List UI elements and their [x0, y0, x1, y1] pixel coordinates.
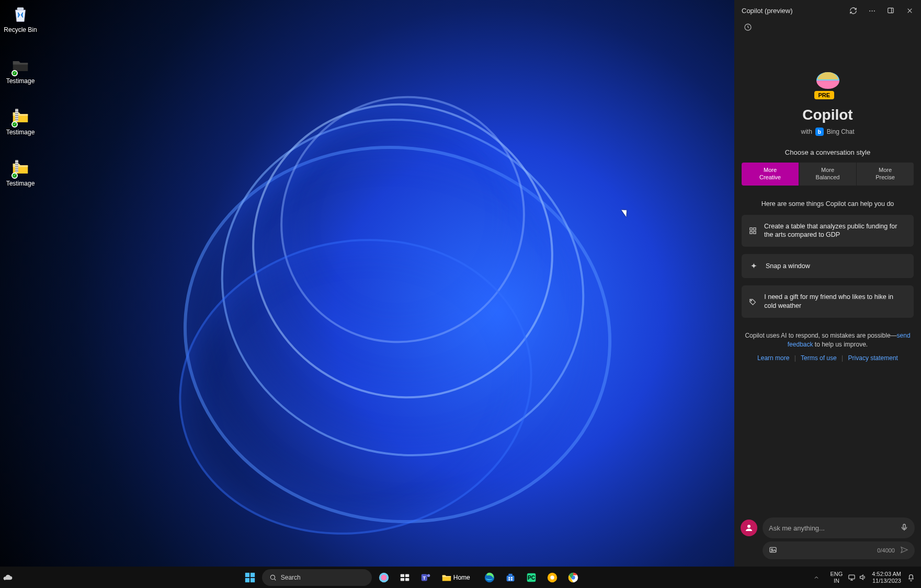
tag-icon [749, 298, 757, 306]
taskbar-pin-teams[interactable]: T [417, 569, 435, 586]
svg-rect-25 [400, 578, 404, 581]
taskbar-pin-copilot[interactable] [375, 569, 393, 586]
sync-check-icon [12, 70, 18, 76]
desktop-icon-label: Testimage [6, 77, 35, 85]
desktop-icon-label: Testimage [6, 180, 35, 187]
terms-link[interactable]: Terms of use [801, 354, 837, 362]
copilot-logo-icon: PRE [809, 70, 847, 99]
svg-text:PC: PC [528, 574, 535, 580]
mic-icon[interactable] [900, 523, 908, 533]
volume-icon [859, 573, 867, 581]
desktop-icon-label: Testimage [6, 129, 35, 136]
subtitle-brand: Bing Chat [827, 128, 855, 135]
ask-input[interactable]: Ask me anything... [763, 517, 915, 538]
suggestion-text: I need a gift for my friend who likes to… [764, 293, 906, 310]
explorer-label: Home [453, 574, 470, 581]
sync-check-icon [12, 121, 18, 128]
svg-text:T: T [423, 575, 426, 580]
send-button[interactable] [900, 546, 908, 556]
footer-links: Learn more | Terms of use | Privacy stat… [742, 354, 914, 362]
desktop-icon-testimage-1[interactable]: Testimage [2, 54, 39, 85]
footnote: Copilot uses AI to respond, so mistakes … [742, 331, 914, 349]
style-tab-creative[interactable]: More Creative [742, 163, 799, 186]
desktop-icon-label: Recycle Bin [4, 26, 37, 33]
svg-rect-16 [251, 572, 255, 577]
style-tab-line1: More [764, 167, 777, 173]
style-tab-balanced[interactable]: More Balanced [799, 163, 856, 186]
ask-placeholder: Ask me anything... [769, 524, 900, 532]
tray-icons[interactable] [848, 573, 867, 581]
copilot-brand: Copilot [802, 107, 852, 123]
svg-rect-8 [750, 232, 752, 234]
user-avatar[interactable] [741, 520, 757, 536]
taskbar-pin-taskview[interactable] [396, 569, 414, 586]
taskbar-pin-chrome[interactable] [564, 569, 582, 586]
taskbar-pin-pycharm[interactable]: PC [522, 569, 540, 586]
svg-point-22 [381, 574, 386, 580]
taskbar-pin-edge[interactable] [481, 569, 498, 586]
notifications-button[interactable] [906, 573, 916, 582]
suggestion-card-2[interactable]: ✦ Snap a window [742, 254, 914, 278]
svg-rect-35 [508, 579, 510, 580]
mouse-cursor [621, 207, 630, 217]
taskbar-tray: ENG IN 4:52:03 AM 11/13/2023 [808, 569, 922, 586]
desktop-icon-testimage-2[interactable]: Testimage [2, 106, 39, 136]
dock-button[interactable] [883, 3, 898, 18]
more-button[interactable]: ⋯ [865, 3, 879, 18]
style-tab-precise[interactable]: More Precise [856, 163, 914, 186]
svg-rect-12 [903, 524, 905, 528]
svg-rect-17 [245, 578, 249, 582]
refresh-button[interactable] [846, 3, 860, 18]
svg-rect-18 [251, 578, 255, 582]
ask-toolbar: 0/4000 [763, 541, 915, 559]
separator: | [842, 354, 843, 362]
start-button[interactable] [241, 569, 259, 586]
clock-date: 11/13/2023 [872, 578, 901, 584]
taskbar-pin-store[interactable] [502, 569, 519, 586]
svg-rect-31 [506, 575, 514, 581]
taskbar-pin-app[interactable] [543, 569, 561, 586]
style-tabs: More Creative More Balanced More Precise [742, 163, 914, 186]
bing-icon: b [815, 128, 824, 136]
taskbar-clock[interactable]: 4:52:03 AM 11/13/2023 [872, 571, 901, 584]
learn-more-link[interactable]: Learn more [757, 354, 789, 362]
footnote-b: to help us improve. [813, 341, 868, 348]
desktop[interactable]: Recycle Bin Testimage Testimage Testimag… [0, 0, 734, 567]
suggestion-card-3[interactable]: I need a gift for my friend who likes to… [742, 285, 914, 318]
close-button[interactable] [902, 3, 917, 18]
desktop-icon-recycle-bin[interactable]: Recycle Bin [2, 3, 39, 33]
copilot-subtitle: with b Bing Chat [801, 128, 854, 136]
copilot-body: PRE Copilot with b Bing Chat Choose a co… [734, 38, 921, 512]
zip-folder-icon [9, 157, 31, 179]
taskbar: Search T Home PC ENG IN 4:52:03 AM 11/13… [0, 567, 921, 588]
svg-rect-32 [508, 573, 512, 575]
svg-rect-26 [405, 578, 409, 581]
svg-rect-36 [511, 579, 513, 580]
taskbar-pin-explorer[interactable]: Home [438, 569, 477, 586]
weather-widget[interactable] [0, 569, 16, 586]
svg-line-20 [274, 579, 276, 580]
svg-point-14 [771, 549, 773, 550]
tray-overflow[interactable] [808, 569, 825, 586]
desktop-icon-testimage-3[interactable]: Testimage [2, 157, 39, 187]
privacy-link[interactable]: Privacy statement [848, 354, 898, 362]
svg-rect-15 [245, 572, 249, 577]
svg-rect-1 [888, 8, 894, 13]
char-counter: 0/4000 [877, 547, 895, 554]
search-placeholder: Search [281, 574, 301, 581]
image-input-button[interactable] [769, 546, 777, 556]
language-indicator[interactable]: ENG IN [831, 571, 843, 583]
svg-point-19 [270, 575, 275, 579]
svg-rect-23 [400, 574, 404, 577]
copilot-hero: PRE Copilot with b Bing Chat [742, 70, 914, 136]
lang-top: ENG [831, 571, 843, 577]
suggestion-card-1[interactable]: Create a table that analyzes public fund… [742, 215, 914, 247]
clock-time: 4:52:03 AM [872, 571, 901, 578]
style-tab-line2: Precise [875, 174, 895, 180]
style-tab-line2: Creative [759, 174, 781, 180]
history-button[interactable] [742, 21, 754, 33]
svg-rect-9 [754, 232, 756, 234]
style-heading: Choose a conversation style [742, 148, 914, 156]
svg-rect-34 [511, 577, 513, 579]
taskbar-search[interactable]: Search [262, 569, 372, 586]
